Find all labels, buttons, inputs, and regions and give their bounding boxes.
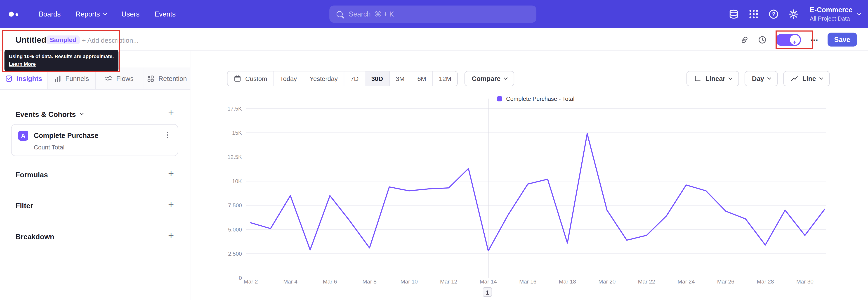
range-label: 7D — [350, 75, 359, 82]
date-range-group: CustomTodayYesterday7D30D3M6M12M — [227, 71, 458, 86]
nav-item-reports[interactable]: Reports — [76, 10, 107, 18]
line-chart-icon — [791, 75, 798, 83]
range-3m[interactable]: 3M — [390, 71, 411, 86]
clock-icon — [758, 35, 767, 44]
range-6m[interactable]: 6M — [411, 71, 433, 86]
line-control[interactable]: Line — [783, 71, 830, 86]
chevron-down-icon — [819, 76, 823, 80]
x-tick-label: Mar 24 — [677, 278, 694, 284]
search-bar[interactable] — [329, 5, 536, 23]
range-label: Today — [280, 75, 297, 82]
x-tick-label: Mar 18 — [559, 278, 576, 284]
project-scope: All Project Data — [810, 15, 852, 22]
section-label-filter[interactable]: Filter — [16, 202, 33, 210]
events-cohorts-text: Events & Cohorts — [16, 110, 76, 118]
series-line[interactable] — [251, 133, 825, 251]
search-icon — [337, 11, 343, 17]
x-tick-label: Mar 16 — [519, 278, 536, 284]
event-options-icon[interactable] — [164, 131, 171, 139]
tab-label: Funnels — [65, 75, 89, 83]
y-tick-label: 10K — [232, 178, 242, 184]
database-icon — [728, 9, 739, 20]
event-name[interactable]: Complete Purchase — [34, 132, 98, 140]
chevron-down-icon — [857, 11, 861, 15]
nav-item-users[interactable]: Users — [121, 10, 140, 18]
x-tick-label: Mar 6 — [323, 278, 337, 284]
apps-icon[interactable] — [748, 9, 759, 20]
more-menu-icon[interactable] — [810, 35, 819, 44]
flows-icon — [105, 75, 112, 83]
range-12m[interactable]: 12M — [433, 71, 458, 86]
axis-icon — [694, 75, 702, 83]
nav-item-label: Reports — [76, 10, 100, 18]
event-card[interactable]: A Complete Purchase Count Total — [11, 124, 178, 156]
help-icon[interactable]: ? — [768, 9, 779, 20]
range-today[interactable]: Today — [274, 71, 303, 86]
gear-icon[interactable] — [788, 9, 799, 20]
mixpanel-logo-icon[interactable] — [9, 11, 18, 17]
history-icon[interactable] — [758, 35, 767, 44]
section-label-formulas[interactable]: Formulas — [16, 171, 48, 179]
nav-item-boards[interactable]: Boards — [39, 10, 61, 18]
x-tick-label: Mar 10 — [401, 278, 418, 284]
sidebar: InsightsFunnelsFlowsRetention Events & C… — [0, 51, 190, 300]
mixpanel-insights-app: BoardsReportsUsersEvents ? E-Commerce Al… — [0, 0, 868, 300]
logo-dot-small — [16, 13, 18, 16]
copy-link-icon[interactable] — [740, 35, 749, 44]
y-tick-label: 17.5K — [227, 106, 242, 112]
add-filter-button[interactable] — [166, 200, 176, 209]
report-title[interactable]: Untitled — [16, 35, 46, 44]
sampling-toggle[interactable] — [776, 33, 801, 46]
link-icon — [740, 35, 749, 44]
events-cohorts-row: Events & Cohorts — [16, 109, 176, 120]
linear-control[interactable]: Linear — [686, 71, 739, 86]
logo-dot-large — [9, 11, 14, 17]
add-breakdown-button[interactable] — [166, 231, 176, 240]
range-yesterday[interactable]: Yesterday — [304, 71, 344, 86]
lightning-icon — [792, 37, 798, 42]
events-cohorts-label[interactable]: Events & Cohorts — [16, 110, 83, 118]
range-label: Yesterday — [310, 75, 338, 82]
control-label: Linear — [706, 75, 725, 83]
range-label: 3M — [396, 75, 405, 82]
top-navbar: BoardsReportsUsersEvents ? E-Commerce Al… — [0, 0, 868, 28]
range-custom[interactable]: Custom — [228, 71, 274, 86]
chevron-down-icon — [504, 76, 508, 80]
primary-nav: BoardsReportsUsersEvents — [39, 10, 176, 18]
x-tick-label: Mar 14 — [480, 278, 497, 284]
control-label: Line — [802, 75, 816, 83]
range-7d[interactable]: 7D — [344, 71, 365, 86]
x-tick-label: Mar 12 — [440, 278, 457, 284]
section-row-formulas: Formulas — [16, 169, 176, 180]
x-tick-label: Mar 26 — [717, 278, 735, 284]
event-metric[interactable]: Count Total — [34, 144, 64, 151]
compare-button[interactable]: Compare — [465, 71, 514, 86]
chevron-down-icon — [103, 11, 107, 15]
y-tick-label: 15K — [232, 130, 242, 136]
tab-retention[interactable]: Retention — [143, 68, 191, 89]
database-icon[interactable] — [728, 9, 739, 20]
control-label: Day — [752, 75, 764, 83]
save-button[interactable]: Save — [828, 33, 857, 46]
chart-toolbar: CustomTodayYesterday7D30D3M6M12M Compare… — [227, 71, 868, 86]
learn-more-link[interactable]: Learn More — [9, 61, 36, 67]
add-event-button[interactable] — [166, 109, 176, 117]
nav-item-label: Events — [154, 10, 176, 18]
range-30d[interactable]: 30D — [365, 71, 390, 86]
gear-icon — [788, 9, 799, 20]
add-description[interactable]: + Add description... — [82, 37, 138, 44]
day-control[interactable]: Day — [745, 71, 778, 86]
tooltip-text: Using 10% of data. Results are approxima… — [9, 53, 114, 61]
pagination-page-1[interactable]: 1 — [483, 287, 492, 297]
nav-item-label: Users — [121, 10, 140, 18]
project-switcher[interactable]: E-Commerce All Project Data — [810, 6, 860, 22]
nav-item-events[interactable]: Events — [154, 10, 176, 18]
calendar-icon — [234, 75, 241, 83]
toggle-knob — [790, 35, 800, 44]
section-row-breakdown: Breakdown — [16, 232, 176, 243]
compare-label: Compare — [472, 75, 500, 83]
add-formulas-button[interactable] — [166, 169, 176, 178]
section-label-breakdown[interactable]: Breakdown — [16, 233, 55, 241]
sampled-badge[interactable]: Sampled — [46, 35, 80, 44]
search-input[interactable] — [348, 10, 529, 19]
